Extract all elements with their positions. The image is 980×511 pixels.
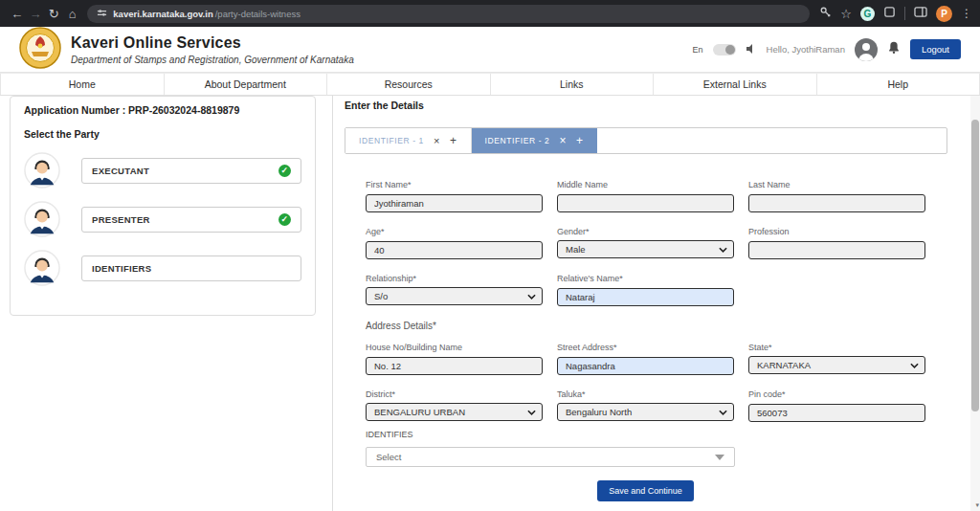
last-name-field[interactable] [748, 194, 925, 212]
audio-icon[interactable] [746, 41, 757, 58]
party-button-executant[interactable]: EXECUTANT ✓ [81, 158, 301, 184]
user-greeting: Hello, JyothiRaman [767, 44, 845, 55]
identifier-tabbar: IDENTIFIER - 1 × + IDENTIFIER - 2 × + [345, 127, 947, 154]
age-field[interactable] [366, 241, 543, 259]
middle-name-label: Middle Name [557, 180, 734, 189]
tab-identifier-2[interactable]: IDENTIFIER - 2 × + [472, 128, 597, 153]
scrollbar-thumb[interactable] [971, 120, 979, 411]
first-name-field[interactable] [366, 194, 543, 212]
party-row-executant: EXECUTANT ✓ [24, 152, 301, 189]
page-scrollbar[interactable]: ▾ [970, 96, 980, 511]
site-info-icon[interactable] [97, 5, 107, 22]
password-key-icon[interactable] [819, 5, 832, 22]
state-value: KARNATAKA [757, 360, 811, 370]
user-avatar[interactable] [855, 38, 878, 61]
site-header: Kaveri Online Services Department of Sta… [0, 27, 980, 73]
page-title: Kaveri Online Services [71, 34, 354, 52]
chevron-down-icon [719, 247, 727, 253]
select-party-heading: Select the Party [24, 128, 301, 140]
browser-toolbar: ← → ↻ ⌂ kaveri.karnataka.gov.in /party-d… [0, 0, 980, 27]
enter-details-heading: Enter the Details [345, 100, 424, 111]
panel-divider [332, 96, 333, 511]
grammarly-extension-icon[interactable]: G [860, 7, 875, 21]
district-value: BENGALURU URBAN [374, 407, 465, 417]
street-address-label: Street Address* [557, 343, 734, 352]
nav-item-resources[interactable]: Resources [327, 74, 491, 95]
chevron-down-icon [527, 410, 536, 415]
identifies-value: Select [376, 452, 401, 462]
add-tab-icon[interactable]: + [450, 134, 457, 147]
bookmark-star-icon[interactable]: ☆ [840, 7, 852, 21]
gender-label: Gender* [557, 227, 734, 236]
house-no-field[interactable] [366, 357, 543, 375]
close-tab-icon[interactable]: × [559, 134, 567, 147]
address-bar[interactable]: kaveri.karnataka.gov.in /party-details-w… [87, 5, 810, 23]
pincode-field[interactable] [748, 404, 925, 422]
chevron-down-icon [719, 410, 727, 415]
tab-identifier-1[interactable]: IDENTIFIER - 1 × + [345, 128, 472, 153]
pincode-label: Pin code* [748, 389, 925, 399]
logout-button[interactable]: Logout [910, 39, 961, 59]
tab-label: IDENTIFIER - 1 [359, 136, 424, 145]
state-label: State* [748, 343, 925, 352]
toolbar-actions: ☆ G P ⋮ [819, 5, 972, 22]
chevron-down-icon [527, 294, 536, 300]
save-and-continue-button[interactable]: Save and Continue [597, 480, 694, 501]
toolbar-divider [904, 7, 905, 20]
identifier-form: First Name* Middle Name Last Name Age* G… [366, 180, 925, 501]
gender-select[interactable]: Male [557, 240, 734, 258]
reload-icon[interactable]: ↻ [45, 3, 63, 24]
person-avatar-icon [24, 201, 60, 237]
browser-profile-avatar[interactable]: P [936, 6, 952, 22]
url-host: kaveri.karnataka.gov.in [113, 9, 212, 19]
scroll-down-icon[interactable]: ▾ [975, 501, 979, 509]
home-icon[interactable]: ⌂ [63, 3, 81, 24]
tab-label: IDENTIFIER - 2 [485, 136, 550, 145]
nav-item-help[interactable]: Help [817, 74, 980, 95]
party-label: EXECUTANT [92, 166, 149, 176]
profession-field[interactable] [748, 241, 925, 259]
extensions-icon[interactable] [883, 5, 896, 22]
person-avatar-icon [24, 152, 60, 189]
middle-name-field[interactable] [557, 194, 734, 212]
nav-item-links[interactable]: Links [491, 74, 655, 95]
page: ← → ↻ ⌂ kaveri.karnataka.gov.in /party-d… [0, 0, 980, 511]
identifies-select[interactable]: Select [366, 447, 735, 467]
language-label: En [693, 45, 703, 55]
party-button-identifiers[interactable]: IDENTIFIERS [81, 256, 301, 281]
taluka-value: Bengaluru North [566, 407, 632, 417]
select-party-panel: Application Number : PRP-26032024-881987… [10, 96, 316, 316]
street-address-field[interactable] [557, 357, 734, 375]
nav-item-external-links[interactable]: External Links [654, 74, 817, 95]
party-button-presenter[interactable]: PRESENTER ✓ [81, 207, 301, 233]
identifies-heading: IDENTIFIES [366, 430, 925, 439]
relationship-select[interactable]: S/o [366, 287, 543, 305]
main-nav: Home About Department Resources Links Ex… [0, 73, 980, 96]
last-name-label: Last Name [748, 180, 925, 189]
browser-menu-icon[interactable]: ⋮ [961, 7, 972, 20]
relative-name-field[interactable] [557, 288, 734, 306]
language-toggle[interactable] [713, 44, 736, 56]
nav-item-about-department[interactable]: About Department [165, 74, 328, 95]
chevron-down-icon [715, 455, 724, 460]
party-row-identifiers: IDENTIFIERS [24, 250, 301, 286]
add-tab-icon[interactable]: + [576, 134, 584, 147]
taluka-select[interactable]: Bengaluru North [557, 403, 734, 421]
district-select[interactable]: BENGALURU URBAN [366, 403, 543, 421]
side-panel-icon[interactable] [914, 5, 927, 22]
notification-bell-icon[interactable] [887, 40, 901, 58]
address-details-heading: Address Details* [366, 321, 925, 331]
back-icon[interactable]: ← [8, 3, 26, 24]
forward-icon[interactable]: → [26, 3, 44, 24]
relationship-label: Relationship* [366, 274, 543, 283]
first-name-label: First Name* [366, 180, 543, 189]
gender-value: Male [566, 244, 586, 255]
party-label: IDENTIFIERS [92, 263, 151, 274]
application-number: Application Number : PRP-26032024-881987… [24, 104, 301, 116]
taluka-label: Taluka* [557, 389, 734, 399]
state-select[interactable]: KARNATAKA [748, 356, 925, 374]
party-label: PRESENTER [92, 214, 150, 225]
karnataka-emblem-logo [19, 27, 61, 73]
nav-item-home[interactable]: Home [0, 74, 165, 95]
close-tab-icon[interactable]: × [434, 135, 440, 146]
